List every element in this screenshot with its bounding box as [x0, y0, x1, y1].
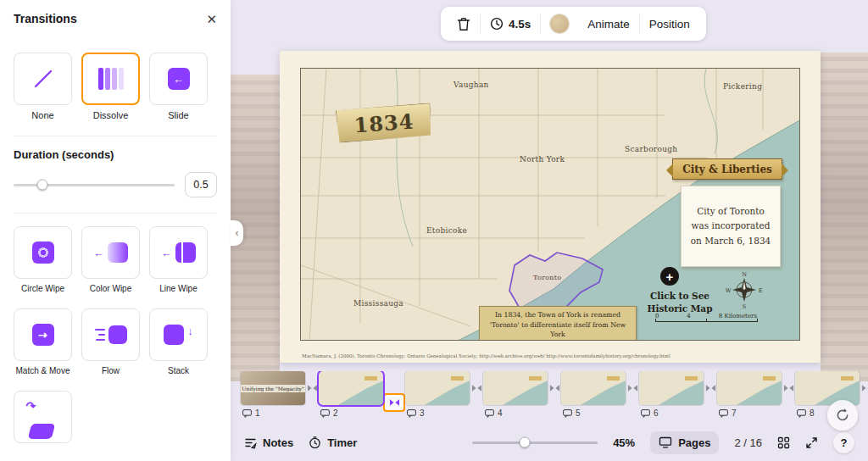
dissolve-transition-icon	[98, 68, 124, 90]
transition-indicator[interactable]	[626, 371, 639, 405]
option-label: None	[14, 110, 72, 120]
duration-label: Duration (seconds)	[14, 148, 217, 161]
transition-option-circle-wipe[interactable]: Circle Wipe	[14, 226, 72, 293]
speaker-notes-icon[interactable]	[242, 409, 252, 418]
position-button[interactable]: Position	[640, 18, 699, 31]
option-label: Line Wipe	[149, 284, 208, 293]
notes-icon	[244, 436, 257, 449]
page-thumbnail-5[interactable]: 5	[561, 371, 626, 418]
timer-icon	[309, 436, 321, 449]
page-thumbnail-6[interactable]: 6	[639, 371, 704, 418]
none-transition-icon	[32, 68, 54, 90]
thumb-title: Unifying the "Megacity"	[241, 385, 305, 392]
historic-map: 1834 Vaughan Pickering North York Scarbo…	[300, 68, 800, 341]
page-number: 3	[420, 408, 425, 418]
delete-button[interactable]	[448, 17, 480, 31]
bottom-bar: Notes Timer 45% Pages 2 / 16 ?	[231, 424, 868, 461]
transition-option-flow[interactable]: Flow	[81, 308, 140, 375]
page-number: 4	[498, 408, 503, 418]
zoom-level: 45%	[613, 436, 635, 449]
stack-icon: ↓	[164, 325, 193, 345]
color-swatch-button[interactable]	[541, 14, 578, 33]
refresh-button[interactable]	[827, 400, 858, 430]
slide-canvas[interactable]: 1834 Vaughan Pickering North York Scarbo…	[280, 51, 821, 363]
backdrop-photo-right	[821, 53, 868, 381]
transition-option-dissolve[interactable]: Dissolve	[81, 53, 140, 120]
speaker-notes-icon[interactable]	[797, 409, 806, 418]
transition-option-stack[interactable]: ↓ Stack	[149, 308, 208, 375]
flow-icon	[95, 325, 127, 344]
option-label: Flow	[81, 366, 140, 375]
pages-button[interactable]: Pages	[650, 431, 719, 454]
transition-indicator[interactable]	[860, 371, 868, 405]
transition-option-slide[interactable]: ← Slide	[149, 53, 208, 120]
option-label: Color Wipe	[81, 284, 140, 293]
transition-indicator[interactable]	[305, 371, 319, 405]
duration-slider-knob[interactable]	[37, 180, 48, 191]
plus-button[interactable]: +	[660, 267, 679, 286]
zoom-slider-knob[interactable]	[520, 437, 531, 448]
speaker-notes-icon[interactable]	[719, 409, 728, 418]
refresh-icon	[835, 408, 850, 423]
duration-value: 4.5s	[509, 18, 531, 31]
map-label-scarborough: Scarborough	[625, 145, 677, 153]
transition-option-line-wipe[interactable]: ← Line Wipe	[149, 226, 208, 293]
click-to-see-label: Click to SeeHistoric Map	[635, 290, 725, 314]
line-wipe-icon: ←	[161, 242, 196, 263]
duration-slider[interactable]	[14, 184, 175, 186]
duration-value-field[interactable]: 0.5	[185, 172, 217, 197]
transition-option-none[interactable]: None	[14, 53, 72, 120]
transition-option-match-move[interactable]: ⇢ Match & Move	[14, 308, 72, 375]
transition-indicator[interactable]	[782, 371, 795, 405]
svg-text:S: S	[743, 303, 746, 309]
animate-button[interactable]: Animate	[578, 18, 639, 31]
transition-indicator[interactable]	[470, 371, 483, 405]
page-thumbnail-4[interactable]: 4	[483, 371, 548, 418]
divider	[14, 136, 217, 136]
help-button[interactable]: ?	[833, 432, 854, 453]
speaker-notes-icon[interactable]	[320, 409, 330, 418]
transitions-panel: Transitions ✕ None Dissolve ← Slide Dura…	[0, 0, 231, 461]
svg-text:N: N	[742, 271, 747, 278]
circle-wipe-icon	[32, 242, 54, 264]
slide-duration-button[interactable]: 4.5s	[481, 17, 540, 31]
page-number: 6	[654, 408, 659, 418]
divider	[14, 213, 217, 214]
city-liberties-banner[interactable]: City & Liberties	[672, 158, 782, 180]
notes-button[interactable]: Notes	[244, 436, 293, 449]
transition-option-partial[interactable]: ↷	[14, 391, 72, 443]
speaker-notes-icon[interactable]	[563, 409, 572, 418]
color-swatch	[550, 14, 569, 33]
speaker-notes-icon[interactable]	[485, 409, 494, 418]
close-icon[interactable]: ✕	[206, 13, 217, 25]
page-thumbnail-2[interactable]: 2	[319, 371, 383, 418]
fullscreen-icon	[805, 436, 818, 449]
timer-button[interactable]: Timer	[309, 436, 357, 449]
option-label: Dissolve	[81, 110, 140, 120]
renaming-note[interactable]: In 1834, the Town of York is renamed 'To…	[479, 306, 637, 341]
transition-option-color-wipe[interactable]: ← Color Wipe	[81, 226, 140, 293]
map-citation: MacNamara, J. (2000). Toronto Chronology…	[302, 353, 670, 358]
zoom-slider[interactable]	[472, 442, 598, 444]
speaker-notes-icon[interactable]	[641, 409, 650, 418]
option-label: Slide	[149, 110, 208, 120]
element-toolbar: 4.5s Animate Position	[441, 7, 706, 41]
transition-indicator[interactable]	[548, 371, 561, 405]
option-label: Stack	[149, 366, 208, 375]
map-label-mississauga: Mississauga	[353, 299, 403, 308]
option-label: Match & Move	[14, 366, 72, 375]
page-number: 8	[810, 408, 815, 418]
color-wipe-icon: ←	[93, 242, 128, 263]
svg-text:E: E	[759, 287, 763, 294]
speaker-notes-icon[interactable]	[407, 409, 416, 418]
grid-view-button[interactable]	[777, 436, 790, 449]
transition-indicator-selected[interactable]	[383, 393, 405, 412]
transition-indicator[interactable]	[704, 371, 717, 405]
incorporation-card[interactable]: City of Toronto was incorporated on Marc…	[681, 186, 781, 267]
fullscreen-button[interactable]	[805, 436, 818, 449]
page-thumbnail-1[interactable]: Unifying the "Megacity" 1	[241, 371, 305, 418]
panel-collapse-handle[interactable]: ‹	[231, 220, 243, 246]
page-thumbnail-7[interactable]: 7	[717, 371, 782, 418]
page-thumbnail-3[interactable]: 3	[405, 371, 470, 418]
page-indicator: 2 / 16	[734, 436, 762, 449]
